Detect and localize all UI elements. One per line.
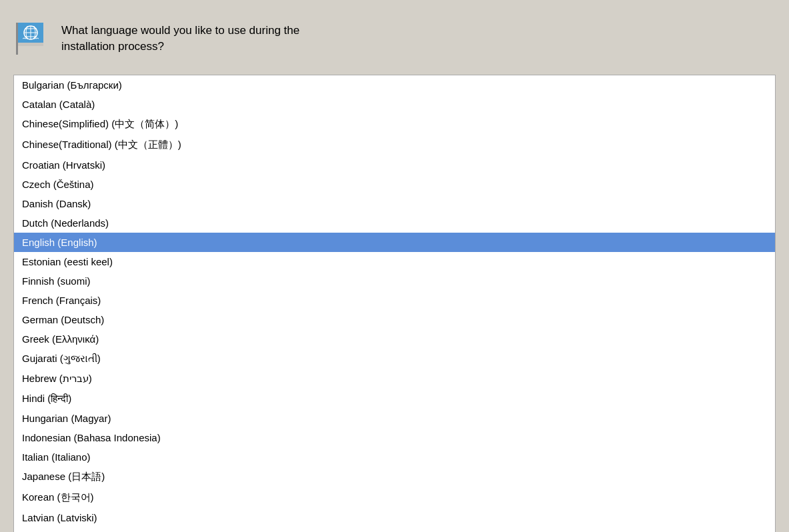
language-item[interactable]: Greek (Ελληνικά)	[14, 329, 775, 349]
language-list-container: Bulgarian (Български)Catalan (Català)Chi…	[13, 75, 776, 532]
language-item[interactable]: Latvian (Latviski)	[14, 508, 775, 527]
un-flag-icon	[13, 20, 51, 57]
language-item[interactable]: German (Deutsch)	[14, 310, 775, 329]
header-area: What language would you like to use duri…	[13, 13, 776, 64]
language-item[interactable]: Croatian (Hrvatski)	[14, 155, 775, 175]
language-item[interactable]: Indonesian (Bahasa Indonesia)	[14, 428, 775, 447]
language-item[interactable]: Lithuanian (Lietuvių)	[14, 527, 775, 532]
language-item[interactable]: Gujarati (ગુજરાતી)	[14, 349, 775, 369]
language-item[interactable]: English (English)	[14, 233, 775, 252]
language-item[interactable]: Czech (Čeština)	[14, 175, 775, 194]
language-item[interactable]: Finnish (suomi)	[14, 271, 775, 291]
svg-rect-0	[16, 23, 18, 55]
main-container: What language would you like to use duri…	[0, 0, 789, 532]
language-list[interactable]: Bulgarian (Български)Catalan (Català)Chi…	[14, 75, 775, 532]
language-item[interactable]: Catalan (Català)	[14, 95, 775, 114]
language-item[interactable]: French (Français)	[14, 291, 775, 310]
header-question: What language would you like to use duri…	[61, 23, 299, 55]
language-item[interactable]: Bulgarian (Български)	[14, 75, 775, 95]
language-item[interactable]: Hungarian (Magyar)	[14, 409, 775, 428]
language-item[interactable]: Dutch (Nederlands)	[14, 213, 775, 233]
language-item[interactable]: Italian (Italiano)	[14, 447, 775, 467]
language-item[interactable]: Hebrew (עברית)	[14, 369, 775, 389]
language-item[interactable]: Danish (Dansk)	[14, 194, 775, 213]
language-item[interactable]: Estonian (eesti keel)	[14, 252, 775, 271]
language-item[interactable]: Hindi (हिन्दी)	[14, 389, 775, 409]
language-item[interactable]: Korean (한국어)	[14, 487, 775, 508]
language-item[interactable]: Chinese(Simplified) (中文（简体）)	[14, 114, 775, 135]
language-item[interactable]: Chinese(Traditional) (中文（正體）)	[14, 135, 775, 155]
svg-rect-7	[18, 43, 43, 46]
language-item[interactable]: Japanese (日本語)	[14, 467, 775, 487]
